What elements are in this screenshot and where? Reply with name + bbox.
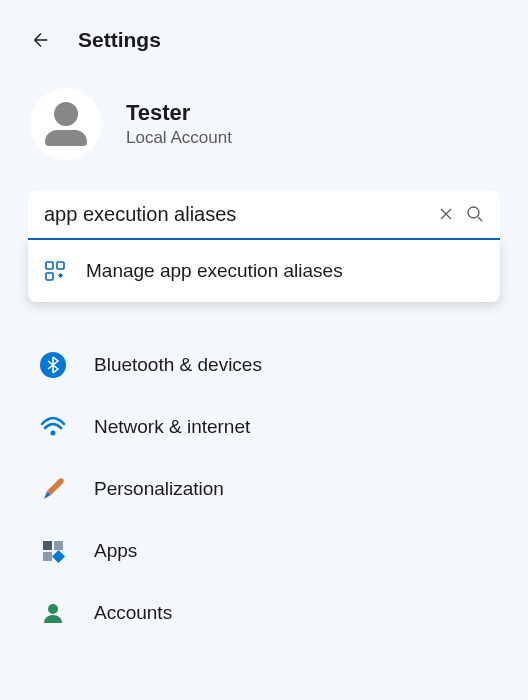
nav-item-bluetooth[interactable]: Bluetooth & devices bbox=[28, 334, 500, 396]
bluetooth-icon bbox=[40, 352, 66, 378]
search-icon[interactable] bbox=[466, 205, 484, 223]
apps-icon bbox=[40, 538, 66, 564]
search-suggestions: Manage app execution aliases bbox=[28, 240, 500, 302]
search-box[interactable] bbox=[28, 190, 500, 240]
paintbrush-icon bbox=[40, 476, 66, 502]
avatar-icon bbox=[54, 102, 78, 126]
svg-point-0 bbox=[468, 207, 479, 218]
profile-type: Local Account bbox=[126, 128, 232, 148]
nav-item-apps[interactable]: Apps bbox=[28, 520, 500, 582]
svg-rect-6 bbox=[54, 541, 63, 550]
svg-point-4 bbox=[51, 431, 56, 436]
search-input[interactable] bbox=[44, 203, 426, 226]
profile-section: Tester Local Account bbox=[0, 72, 528, 190]
person-icon bbox=[40, 600, 66, 626]
svg-rect-2 bbox=[57, 262, 64, 269]
svg-point-8 bbox=[48, 604, 58, 614]
search-container: Manage app execution aliases bbox=[28, 190, 500, 240]
nav-label: Network & internet bbox=[94, 416, 250, 438]
apps-icon bbox=[44, 260, 66, 282]
nav-list: Bluetooth & devices Network & internet P… bbox=[0, 334, 528, 644]
svg-rect-3 bbox=[46, 273, 53, 280]
svg-rect-1 bbox=[46, 262, 53, 269]
nav-item-accounts[interactable]: Accounts bbox=[28, 582, 500, 644]
profile-name: Tester bbox=[126, 100, 232, 126]
nav-item-personalization[interactable]: Personalization bbox=[28, 458, 500, 520]
nav-label: Accounts bbox=[94, 602, 172, 624]
profile-info: Tester Local Account bbox=[126, 100, 232, 148]
nav-item-network[interactable]: Network & internet bbox=[28, 396, 500, 458]
avatar-icon bbox=[45, 130, 87, 146]
nav-label: Personalization bbox=[94, 478, 224, 500]
header: Settings bbox=[0, 0, 528, 72]
svg-rect-5 bbox=[43, 541, 52, 550]
svg-rect-7 bbox=[43, 552, 52, 561]
nav-label: Bluetooth & devices bbox=[94, 354, 262, 376]
wifi-icon bbox=[40, 414, 66, 440]
clear-icon[interactable] bbox=[438, 206, 454, 222]
suggestion-label: Manage app execution aliases bbox=[86, 260, 343, 282]
back-button[interactable] bbox=[30, 29, 52, 51]
suggestion-manage-app-execution-aliases[interactable]: Manage app execution aliases bbox=[44, 260, 484, 282]
nav-label: Apps bbox=[94, 540, 137, 562]
avatar[interactable] bbox=[30, 88, 102, 160]
page-title: Settings bbox=[78, 28, 161, 52]
